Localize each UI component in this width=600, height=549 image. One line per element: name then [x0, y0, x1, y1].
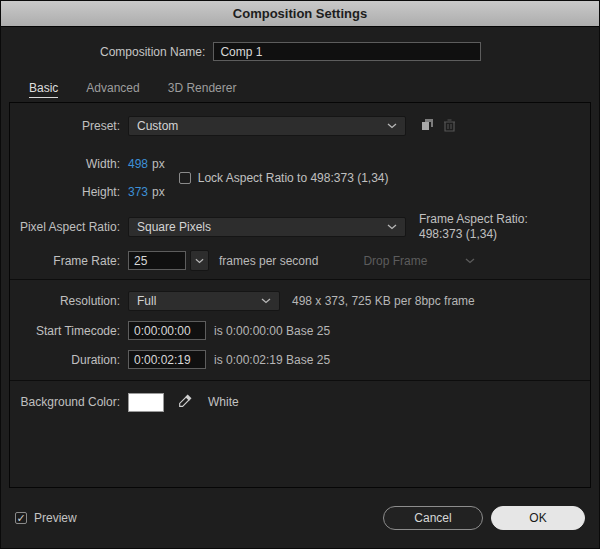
height-unit: px	[152, 185, 165, 199]
width-height-column: Width: 498 px Height: 373 px	[10, 150, 165, 206]
chevron-down-icon	[465, 258, 475, 264]
start-timecode-input[interactable]	[128, 321, 206, 340]
background-color-name: White	[208, 395, 239, 409]
tab-basic[interactable]: Basic	[29, 81, 58, 102]
start-timecode-row: Start Timecode: is 0:00:00:00 Base 25	[10, 321, 590, 340]
lock-aspect-ratio-checkbox[interactable]	[179, 172, 191, 184]
frame-rate-unit: frames per second	[219, 254, 318, 268]
dialog-titlebar[interactable]: Composition Settings	[1, 1, 599, 27]
duration-row: Duration: is 0:00:02:19 Base 25	[10, 350, 590, 369]
dialog-footer: ✓ Preview Cancel OK	[1, 488, 599, 548]
dimensions-block: Width: 498 px Height: 373 px Lock Aspect…	[10, 150, 590, 206]
trash-icon	[443, 118, 456, 135]
eyedropper-button[interactable]	[174, 392, 196, 412]
cancel-button[interactable]: Cancel	[383, 506, 483, 530]
chevron-down-icon	[195, 258, 204, 264]
composition-name-label: Composition Name:	[100, 45, 205, 59]
height-value[interactable]: 373	[128, 185, 148, 199]
chevron-down-icon	[261, 298, 271, 304]
resolution-dropdown[interactable]: Full	[128, 291, 280, 311]
preview-label: Preview	[34, 511, 77, 525]
width-value[interactable]: 498	[128, 157, 148, 171]
dialog-buttons: Cancel OK	[383, 506, 585, 530]
frame-aspect-ratio-value: 498:373 (1,34)	[419, 227, 528, 242]
check-icon: ✓	[16, 513, 25, 524]
resolution-value: Full	[137, 294, 156, 308]
section-divider	[10, 380, 590, 381]
preset-label: Preset:	[10, 119, 120, 133]
frame-aspect-ratio-label: Frame Aspect Ratio:	[419, 212, 528, 227]
duration-label: Duration:	[10, 353, 120, 367]
preset-row: Preset: Custom	[10, 116, 590, 136]
tab-3d-renderer[interactable]: 3D Renderer	[168, 81, 237, 102]
pixel-aspect-ratio-value: Square Pixels	[137, 220, 211, 234]
duration-info: is 0:00:02:19 Base 25	[214, 353, 330, 367]
duration-input[interactable]	[128, 350, 206, 369]
frame-rate-label: Frame Rate:	[10, 254, 120, 268]
start-timecode-info: is 0:00:00:00 Base 25	[214, 324, 330, 338]
frame-rate-preset-button[interactable]	[190, 250, 209, 271]
eyedropper-icon	[178, 393, 193, 411]
resolution-label: Resolution:	[10, 294, 120, 308]
section-divider	[10, 279, 590, 280]
width-row: Width: 498 px	[10, 150, 165, 178]
pixel-aspect-ratio-label: Pixel Aspect Ratio:	[10, 220, 120, 234]
pixel-aspect-ratio-dropdown[interactable]: Square Pixels	[128, 217, 406, 237]
ok-button[interactable]: OK	[491, 506, 585, 530]
tab-advanced[interactable]: Advanced	[86, 81, 139, 102]
start-timecode-label: Start Timecode:	[10, 324, 120, 338]
lock-aspect-ratio-control: Lock Aspect Ratio to 498:373 (1,34)	[179, 171, 389, 185]
delete-preset-button[interactable]	[438, 116, 460, 136]
frame-aspect-ratio-info: Frame Aspect Ratio: 498:373 (1,34)	[419, 212, 528, 242]
width-unit: px	[152, 157, 165, 171]
background-color-swatch[interactable]	[128, 393, 164, 412]
composition-settings-dialog: Composition Settings Composition Name: B…	[0, 0, 600, 549]
save-preset-icon	[420, 117, 435, 135]
background-color-row: Background Color: White	[10, 392, 590, 412]
preview-checkbox[interactable]: ✓	[15, 512, 27, 524]
save-preset-button[interactable]	[416, 116, 438, 136]
preset-dropdown[interactable]: Custom	[128, 116, 406, 136]
height-row: Height: 373 px	[10, 178, 165, 206]
background-color-label: Background Color:	[10, 395, 120, 409]
chevron-down-icon	[387, 123, 397, 129]
lock-aspect-ratio-label: Lock Aspect Ratio to 498:373 (1,34)	[198, 171, 389, 185]
width-label: Width:	[10, 157, 120, 171]
preview-control: ✓ Preview	[15, 511, 77, 525]
preset-value: Custom	[137, 119, 178, 133]
height-label: Height:	[10, 185, 120, 199]
basic-tab-panel: Preset: Custom	[9, 102, 591, 488]
pixel-aspect-ratio-row: Pixel Aspect Ratio: Square Pixels Frame …	[10, 212, 590, 242]
composition-name-row: Composition Name:	[100, 42, 599, 61]
settings-tabs: Basic Advanced 3D Renderer	[29, 81, 599, 102]
drop-frame-dropdown: Drop Frame	[363, 251, 475, 271]
frame-rate-row: Frame Rate: frames per second Drop Frame	[10, 250, 590, 271]
resolution-info: 498 x 373, 725 KB per 8bpc frame	[292, 294, 475, 308]
dialog-title: Composition Settings	[233, 6, 367, 21]
resolution-row: Resolution: Full 498 x 373, 725 KB per 8…	[10, 291, 590, 311]
chevron-down-icon	[387, 224, 397, 230]
frame-rate-input[interactable]	[128, 251, 186, 270]
composition-name-input[interactable]	[213, 42, 481, 61]
drop-frame-label: Drop Frame	[363, 254, 427, 268]
